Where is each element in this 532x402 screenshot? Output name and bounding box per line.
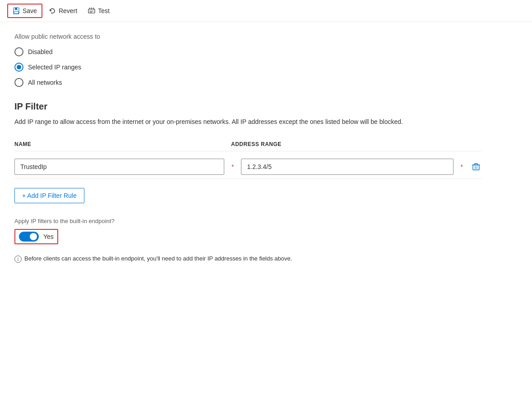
name-input[interactable] [14,159,224,175]
revert-label: Revert [59,7,77,14]
apply-label: Apply IP filters to the built-in endpoin… [14,218,482,224]
test-label: Test [98,7,110,14]
info-icon: i [14,256,22,263]
col-header-address: ADDRESS RANGE [231,141,482,147]
toggle-row: Yes [14,229,58,244]
svg-rect-10 [473,165,479,170]
ip-filter-title: IP Filter [14,101,482,112]
save-button[interactable]: Save [7,4,42,18]
delete-row-button[interactable] [470,161,482,173]
address-input[interactable] [241,159,453,175]
info-text: Before clients can access the built-in e… [24,255,292,262]
svg-rect-2 [14,11,19,14]
radio-label-all-networks: All networks [28,79,62,86]
col-header-name: NAME [14,141,231,147]
radio-disabled[interactable]: Disabled [14,47,482,56]
revert-icon [49,7,56,14]
save-label: Save [23,7,37,14]
ip-filter-description: Add IP range to allow access from the in… [14,117,482,127]
info-row: i Before clients can access the built-in… [14,255,482,263]
test-icon [88,7,95,14]
test-button[interactable]: Test [83,5,114,17]
radio-circle-disabled [14,47,23,56]
radio-circle-all-networks [14,78,23,87]
filter-row: * * [14,155,482,179]
address-input-wrapper [241,159,453,175]
apply-section: Apply IP filters to the built-in endpoin… [14,218,482,263]
radio-circle-selected-ip [14,63,23,72]
toggle-text: Yes [43,233,54,240]
toggle-thumb [30,233,37,240]
radio-label-selected-ip: Selected IP ranges [28,64,81,71]
revert-button[interactable]: Revert [44,5,82,17]
add-filter-rule-button[interactable]: + Add IP Filter Rule [14,188,84,203]
main-content: Allow public network access to Disabled … [0,22,496,274]
toolbar: Save Revert Test [0,0,532,22]
address-required-star: * [461,163,463,170]
filter-table-header: NAME ADDRESS RANGE [14,137,482,151]
public-access-label: Allow public network access to [14,33,482,40]
public-access-radio-group: Disabled Selected IP ranges All networks [14,47,482,87]
ip-filter-section: IP Filter Add IP range to allow access f… [14,101,482,203]
svg-rect-3 [17,8,18,9]
toggle-switch[interactable] [19,232,39,242]
radio-all-networks[interactable]: All networks [14,78,482,87]
save-icon [13,7,20,14]
name-required-star: * [231,163,234,170]
radio-label-disabled: Disabled [28,48,52,55]
delete-icon [472,163,480,171]
radio-selected-ip[interactable]: Selected IP ranges [14,63,482,72]
add-filter-rule-label: + Add IP Filter Rule [22,192,77,199]
name-input-wrapper [14,159,224,175]
